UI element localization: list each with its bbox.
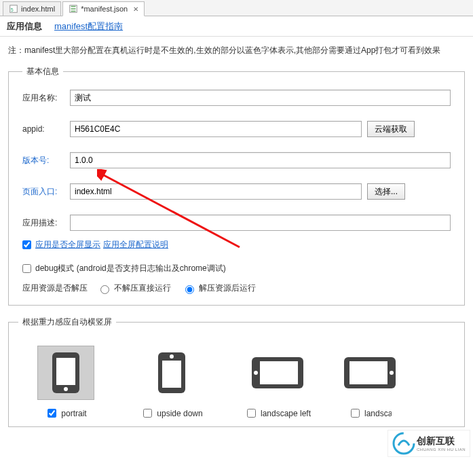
entry-label: 页面入口:	[22, 186, 70, 198]
resource-radio-1[interactable]	[100, 285, 109, 294]
watermark: 创新互联 CHUANG XIN HU LIAN	[387, 430, 470, 457]
resource-radio-1-label: 不解压直接运行	[114, 282, 171, 294]
fullscreen-chk-label: 应用是否全屏显示	[35, 239, 100, 251]
svg-rect-8	[162, 361, 181, 388]
tab-index-html[interactable]: 5 index.html	[3, 1, 61, 16]
entry-input[interactable]	[70, 183, 362, 200]
watermark-sub: CHUANG XIN HU LIAN	[417, 447, 466, 452]
svg-point-12	[254, 371, 258, 375]
landscape-right-checkbox[interactable]	[351, 409, 360, 418]
appid-label: appid:	[22, 124, 70, 134]
landscape-left-icon	[250, 356, 305, 390]
svg-point-9	[170, 354, 174, 359]
svg-point-6	[64, 387, 68, 391]
desc-input[interactable]	[70, 215, 451, 231]
annotation-arrow	[97, 169, 246, 251]
portrait-icon	[51, 351, 81, 395]
basic-info-legend: 基本信息	[22, 66, 63, 77]
fullscreen-checkbox[interactable]	[22, 240, 31, 249]
resource-radio-2-label: 解压资源后运行	[199, 282, 256, 294]
orientation-fieldset: 根据重力感应自动横竖屏 portrait upside down	[8, 316, 465, 427]
html-file-icon: 5	[9, 4, 18, 14]
tab-manifest-label: *manifest.json	[81, 5, 128, 13]
subnav-appinfo[interactable]: 应用信息	[7, 20, 42, 33]
appid-input[interactable]	[70, 121, 362, 137]
resource-opt-extract[interactable]: 解压资源后运行	[182, 282, 256, 294]
watermark-brand: 创新互联	[417, 435, 466, 447]
svg-point-16	[394, 433, 414, 454]
svg-rect-14	[349, 361, 387, 384]
json-file-icon	[69, 4, 78, 14]
name-input[interactable]	[70, 90, 451, 106]
upside-down-label: upside down	[157, 409, 202, 418]
desc-label: 应用描述:	[22, 217, 70, 229]
select-button[interactable]: 选择...	[367, 183, 405, 200]
svg-point-15	[390, 371, 394, 375]
note-text: 注：manifest里大部分配置在真机运行时是不生效的,生效的部分以蓝色字体表示…	[0, 37, 473, 63]
tab-manifest-json[interactable]: *manifest.json ✕	[62, 1, 145, 16]
basic-info-fieldset: 基本信息 应用名称: appid: 云端获取 版本号: 页面入口: 选择... …	[8, 66, 465, 306]
orient-landscape-right[interactable]: landscape right	[343, 346, 397, 420]
version-label: 版本号:	[22, 155, 70, 166]
orient-portrait[interactable]: portrait	[25, 346, 107, 420]
landscape-right-icon	[343, 356, 397, 390]
upside-down-icon	[157, 351, 187, 395]
resource-label: 应用资源是否解压	[22, 282, 88, 294]
svg-rect-5	[56, 358, 75, 385]
upside-down-checkbox[interactable]	[143, 409, 152, 418]
file-tab-bar: 5 index.html *manifest.json ✕	[0, 0, 473, 16]
version-input[interactable]	[70, 152, 451, 168]
subnav-guide-link[interactable]: manifest配置指南	[54, 20, 123, 33]
name-label: 应用名称:	[22, 92, 70, 104]
debug-chk-label: debug模式 (android是否支持日志输出及chrome调试)	[35, 263, 226, 274]
portrait-checkbox[interactable]	[48, 409, 56, 418]
debug-checkbox[interactable]	[22, 264, 31, 273]
orientation-legend: 根据重力感应自动横竖屏	[18, 316, 116, 328]
portrait-label: portrait	[61, 409, 86, 418]
tab-index-label: index.html	[21, 5, 55, 13]
resource-radio-2[interactable]	[185, 285, 194, 294]
svg-rect-11	[260, 361, 298, 384]
watermark-logo-icon	[392, 432, 415, 455]
orient-landscape-left[interactable]: landscape left	[237, 346, 318, 420]
fullscreen-help-link[interactable]: 应用全屏配置说明	[103, 239, 168, 251]
resource-opt-no-extract[interactable]: 不解压直接运行	[97, 282, 171, 294]
close-icon[interactable]: ✕	[133, 5, 138, 13]
sub-nav: 应用信息 manifest配置指南	[0, 16, 473, 37]
landscape-left-label: landscape left	[261, 409, 311, 418]
landscape-right-label: landscape right	[364, 409, 392, 418]
svg-text:5: 5	[11, 7, 14, 12]
orient-upside-down[interactable]: upside down	[131, 346, 212, 420]
cloud-fetch-button[interactable]: 云端获取	[367, 121, 415, 137]
landscape-left-checkbox[interactable]	[247, 409, 256, 418]
